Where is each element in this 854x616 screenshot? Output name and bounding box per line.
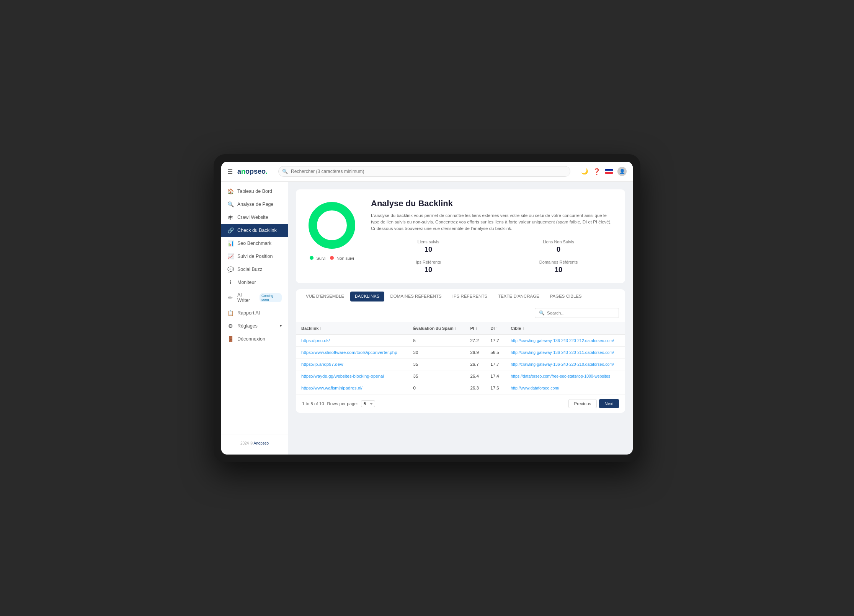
benchmark-icon: 📊 <box>227 240 234 246</box>
cible-link[interactable]: http://www.dataforseo.com/ <box>511 386 559 390</box>
stat-value: 10 <box>501 266 616 274</box>
cell-pi: 26.4 <box>465 370 485 382</box>
menu-icon[interactable]: ☰ <box>227 168 233 175</box>
cell-backlink: https://ipnu.dk/ <box>296 335 408 347</box>
stat-value: 10 <box>371 246 486 254</box>
sidebar-label: Social Buzz <box>237 267 262 272</box>
monitor-icon: ℹ <box>227 279 234 285</box>
sidebar-item-suivi-de-position[interactable]: 📈 Suivi de Position <box>221 250 288 263</box>
cell-backlink: https://www.slisoftware.com/tools/ipconv… <box>296 347 408 359</box>
settings-icon: ⚙ <box>227 323 234 329</box>
help-icon[interactable]: ❓ <box>593 168 601 175</box>
overview-description: L'analyse du backlink vous permet de con… <box>371 212 616 232</box>
rows-per-page-select[interactable]: 5 10 25 50 <box>361 400 375 407</box>
tab-texte-ancrage[interactable]: TEXTE D'ANCRAGE <box>493 289 545 304</box>
table-row: https://www.wafismjnipadres.nl/ 0 26.3 1… <box>296 382 625 394</box>
global-search-bar[interactable]: 🔍 <box>278 166 570 177</box>
sidebar-item-rapport-ai[interactable]: 📋 Rapport AI <box>221 306 288 319</box>
sidebar-item-social-buzz[interactable]: 💬 Social Buzz <box>221 263 288 276</box>
sidebar-label: Check du Backlink <box>237 228 277 233</box>
sidebar-item-reglages[interactable]: ⚙ Réglages ▾ <box>221 319 288 332</box>
table-search-input[interactable] <box>547 311 615 315</box>
overview-title: Analyse du Backlink <box>371 199 616 209</box>
cell-di: 17.7 <box>485 359 505 370</box>
sidebar-label: Seo Benchmark <box>237 241 271 246</box>
user-avatar[interactable]: 👤 <box>617 167 627 176</box>
backlink-link[interactable]: https://www.slisoftware.com/tools/ipconv… <box>301 350 397 355</box>
tab-ips-referents[interactable]: IPS RÉFÉRENTS <box>447 289 493 304</box>
legend-followed: Suivi <box>310 256 325 261</box>
cell-backlink: https://ip.andp97.dev/ <box>296 359 408 370</box>
cell-spam: 35 <box>408 370 465 382</box>
overview-info: Analyse du Backlink L'analyse du backlin… <box>371 199 616 274</box>
cell-pi: 26.3 <box>465 382 485 394</box>
cell-di: 17.6 <box>485 382 505 394</box>
stat-ips-referents: Ips Référents 10 <box>371 260 486 274</box>
sidebar-label: Déconnexion <box>237 336 265 342</box>
pagination-range: 1 to 5 of 10 <box>302 401 324 406</box>
dark-mode-icon[interactable]: 🌙 <box>581 168 588 175</box>
tabs-header: VUE D'ENSEMBLE BACKLINKS DOMAINES RÉFÉRE… <box>296 289 625 304</box>
overview-card: Suivi Non suivi Analyse du Backlink L'an… <box>296 189 625 284</box>
sidebar-label: Tableau de Bord <box>237 189 272 194</box>
search-input[interactable] <box>278 166 570 177</box>
stat-label: Liens suivis <box>371 240 486 244</box>
backlink-link[interactable]: https://www.wafismjnipadres.nl/ <box>301 386 363 390</box>
previous-button[interactable]: Previous <box>568 399 597 408</box>
table-toolbar: 🔍 <box>296 304 625 322</box>
brand-link[interactable]: Anopseo <box>254 441 269 445</box>
cible-link[interactable]: http://crawling-gateway-136-243-220-212.… <box>511 338 614 343</box>
stat-value: 10 <box>371 266 486 274</box>
backlink-icon: 🔗 <box>227 227 234 233</box>
rapport-icon: 📋 <box>227 310 234 316</box>
stat-liens-suivis: Liens suivis 10 <box>371 240 486 254</box>
cible-link[interactable]: http://crawling-gateway-136-243-220-211.… <box>511 350 614 355</box>
cell-spam: 30 <box>408 347 465 359</box>
cible-link[interactable]: http://crawling-gateway-136-243-220-210.… <box>511 362 614 367</box>
cell-cible: http://crawling-gateway-136-243-220-211.… <box>505 347 625 359</box>
svg-point-2 <box>319 212 345 238</box>
cell-di: 17.4 <box>485 370 505 382</box>
sidebar-item-deconnexion[interactable]: 🚪 Déconnexion <box>221 332 288 345</box>
cible-link[interactable]: https://dataforseo.com/free-seo-stats/to… <box>511 374 610 378</box>
pagination-buttons: Previous Next <box>568 399 619 408</box>
table-row: https://ip.andp97.dev/ 35 26.7 17.7 http… <box>296 359 625 370</box>
sidebar-item-ai-writer[interactable]: ✏ AI Writer Coming soon <box>221 289 288 306</box>
chevron-down-icon: ▾ <box>280 324 282 328</box>
sidebar-item-analyse-de-page[interactable]: 🔍 Analyse de Page <box>221 198 288 211</box>
sidebar-item-crawl-website[interactable]: 🕷 Crawl Website <box>221 211 288 224</box>
not-followed-dot <box>330 256 334 260</box>
sidebar-item-seo-benchmark[interactable]: 📊 Seo Benchmark <box>221 237 288 250</box>
next-button[interactable]: Next <box>599 399 619 408</box>
main-content: Suivi Non suivi Analyse du Backlink L'an… <box>288 182 633 455</box>
donut-wrapper: Suivi Non suivi <box>305 199 359 274</box>
rows-per-page-select-wrapper[interactable]: 5 10 25 50 <box>361 400 375 407</box>
sidebar-item-moniteur[interactable]: ℹ Moniteur <box>221 276 288 289</box>
sidebar: 🏠 Tableau de Bord 🔍 Analyse de Page 🕷 Cr… <box>221 182 288 455</box>
cell-cible: http://crawling-gateway-136-243-220-212.… <box>505 335 625 347</box>
stat-value: 0 <box>501 246 616 254</box>
cell-spam: 5 <box>408 335 465 347</box>
tab-vue-ensemble[interactable]: VUE D'ENSEMBLE <box>300 289 349 304</box>
language-flag-icon[interactable] <box>605 169 613 174</box>
backlink-link[interactable]: https://wayde.gg/websites-blocking-opena… <box>301 374 384 378</box>
sidebar-item-tableau-de-bord[interactable]: 🏠 Tableau de Bord <box>221 185 288 198</box>
backlink-link[interactable]: https://ip.andp97.dev/ <box>301 362 343 367</box>
table-search-icon: 🔍 <box>539 310 545 316</box>
stat-domaines-referents: Domaines Référents 10 <box>501 260 616 274</box>
cell-spam: 35 <box>408 359 465 370</box>
tab-pages-cibles[interactable]: PAGES CIBLES <box>545 289 587 304</box>
table-search[interactable]: 🔍 <box>535 308 619 318</box>
col-cible: Cible ↑ <box>505 322 625 335</box>
donut-chart <box>305 199 359 252</box>
position-icon: 📈 <box>227 253 234 259</box>
coming-soon-badge: Coming soon <box>260 293 282 302</box>
tab-domaines-referents[interactable]: DOMAINES RÉFÉRENTS <box>385 289 447 304</box>
legend-not-followed: Non suivi <box>330 256 354 261</box>
cell-cible: http://www.dataforseo.com/ <box>505 382 625 394</box>
tab-backlinks[interactable]: BACKLINKS <box>350 292 384 301</box>
search-page-icon: 🔍 <box>227 201 234 207</box>
backlink-link[interactable]: https://ipnu.dk/ <box>301 338 330 343</box>
cell-di: 56.5 <box>485 347 505 359</box>
sidebar-item-check-du-backlink[interactable]: 🔗 Check du Backlink <box>221 224 288 237</box>
